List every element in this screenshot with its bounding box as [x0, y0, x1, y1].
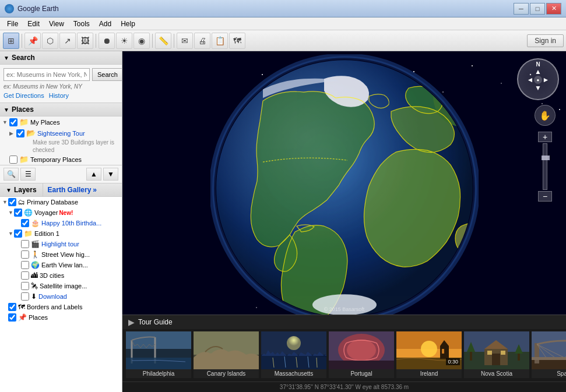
tour-card-ireland[interactable]: 0:30 Ireland: [396, 331, 462, 378]
tour-strip: Philadelphia Canary Islands: [122, 329, 566, 380]
zoom-in-button[interactable]: +: [538, 132, 552, 142]
layer-3dcities[interactable]: 🏙 3D cities: [0, 270, 122, 281]
sightseeing-item[interactable]: ▶ 📂 Sightseeing Tour: [0, 128, 122, 139]
tour-card-philadelphia[interactable]: Philadelphia: [126, 331, 191, 378]
navigation-compass[interactable]: N ▲ ◄ ● ► ▼: [517, 58, 559, 100]
compass-center[interactable]: ●: [534, 76, 542, 84]
close-button[interactable]: ✕: [546, 3, 561, 15]
menu-file[interactable]: File: [2, 19, 23, 29]
primary-db-checkbox[interactable]: [8, 198, 16, 206]
compass-e-arrow[interactable]: ►: [542, 76, 550, 84]
tour-card-spain[interactable]: Spain: [532, 331, 566, 378]
toolbar-sun-button[interactable]: ☀: [116, 33, 132, 49]
sightseeing-folder-icon: 📂: [26, 129, 36, 137]
toolbar-ruler-button[interactable]: 📏: [155, 33, 171, 49]
places-section-header[interactable]: ▼ Places: [0, 103, 122, 116]
zoom-hand-button[interactable]: ✋: [535, 105, 556, 126]
layer-satellite[interactable]: 🛰 Satellite image...: [0, 281, 122, 291]
tour-card-canary-islands[interactable]: Canary Islands: [194, 331, 259, 378]
toolbar-sky-button[interactable]: ◉: [133, 33, 150, 49]
compass-ring[interactable]: N ▲ ◄ ● ► ▼: [517, 58, 559, 100]
layer-streetview[interactable]: 🚶 Street View hig...: [0, 249, 122, 260]
svg-point-10: [501, 83, 501, 83]
search-button[interactable]: Search: [92, 68, 122, 81]
toolbar-maps-button[interactable]: 🗺: [229, 33, 245, 49]
layer-voyager[interactable]: ▼ 🌐 Voyager New!: [0, 207, 122, 218]
search-input[interactable]: [3, 68, 90, 81]
temp-places-item[interactable]: 📁 Temporary Places: [0, 154, 122, 165]
menu-add[interactable]: Add: [94, 19, 116, 29]
toolbar-path-button[interactable]: ↗: [59, 33, 76, 49]
earth-globe[interactable]: [210, 54, 479, 315]
compass-ne[interactable]: [542, 68, 550, 76]
menu-tools[interactable]: Tools: [69, 19, 94, 29]
layer-primary-db[interactable]: ▼ 🗂 Primary Database: [0, 197, 122, 207]
tour-card-nova-scotia[interactable]: Nova Scotia: [464, 331, 529, 378]
toolbar-email-button[interactable]: ✉: [177, 33, 193, 49]
3dcities-checkbox[interactable]: [21, 271, 29, 280]
borders-checkbox[interactable]: [8, 303, 16, 311]
voyager-checkbox[interactable]: [14, 209, 22, 217]
layer-borders[interactable]: 🗺 Borders and Labels: [0, 302, 122, 312]
sightseeing-label[interactable]: Sightseeing Tour: [37, 130, 85, 137]
3dcities-icon: 🏙: [31, 271, 38, 280]
satellite-checkbox[interactable]: [21, 282, 29, 290]
earthview-checkbox[interactable]: [21, 261, 29, 269]
happy10th-label[interactable]: Happy 10th Birthda...: [41, 220, 101, 227]
my-places-checkbox[interactable]: [9, 118, 17, 126]
download-checkbox[interactable]: [21, 292, 29, 301]
layer-edition1[interactable]: ▼ 📁 Edition 1: [0, 228, 122, 239]
toolbar-polygon-button[interactable]: ⬡: [42, 33, 58, 49]
places-layer-checkbox[interactable]: [8, 313, 16, 322]
compass-s-arrow[interactable]: ▼: [534, 84, 542, 92]
edition1-checkbox[interactable]: [14, 229, 22, 238]
panel-up-button[interactable]: ▲: [86, 168, 101, 181]
tour-card-massachusetts[interactable]: Massachusetts: [261, 331, 326, 378]
earth-gallery-tab[interactable]: Earth Gallery »: [43, 183, 101, 196]
happy10th-icon: 🎂: [31, 219, 40, 227]
zoom-thumb[interactable]: [542, 156, 550, 160]
highlight-checkbox[interactable]: [21, 240, 29, 248]
happy10th-checkbox[interactable]: [21, 219, 29, 227]
compass-nw[interactable]: [526, 68, 534, 76]
download-label[interactable]: Download: [38, 293, 67, 300]
layer-places[interactable]: 📌 Places: [0, 312, 122, 323]
toolbar-print-button[interactable]: 🖨: [194, 33, 210, 49]
toolbar-copy-button[interactable]: 📋: [212, 33, 228, 49]
toolbar-image-button[interactable]: 🖼: [77, 33, 93, 49]
layer-happy10th[interactable]: 🎂 Happy 10th Birthda...: [0, 218, 122, 228]
menu-edit[interactable]: Edit: [23, 19, 44, 29]
history-link[interactable]: History: [49, 92, 69, 99]
menu-view[interactable]: View: [44, 19, 69, 29]
get-directions-link[interactable]: Get Directions: [3, 92, 44, 99]
layer-earthview[interactable]: 🌍 Earth View lan...: [0, 260, 122, 270]
compass-w-arrow[interactable]: ◄: [526, 76, 534, 84]
streetview-checkbox[interactable]: [21, 250, 29, 259]
compass-n-arrow[interactable]: ▲: [534, 68, 542, 76]
highlight-label[interactable]: Highlight tour: [41, 241, 79, 248]
zoom-out-button[interactable]: −: [538, 191, 552, 202]
toolbar-placemark-button[interactable]: 📌: [24, 33, 41, 49]
layer-highlight[interactable]: 🎬 Highlight tour: [0, 239, 122, 249]
earth-view[interactable]: N ▲ ◄ ● ► ▼ ✋ +: [122, 51, 566, 315]
toolbar-record-button[interactable]: ⏺: [99, 33, 115, 49]
temp-places-checkbox[interactable]: [9, 156, 17, 164]
compass-sw[interactable]: [526, 84, 534, 92]
layers-tab[interactable]: ▼ Layers: [0, 183, 43, 196]
minimize-button[interactable]: ─: [514, 3, 529, 15]
sightseeing-checkbox[interactable]: [16, 129, 24, 137]
tour-card-portugal[interactable]: Portugal: [329, 331, 394, 378]
toolbar-grid-button[interactable]: ⊞: [3, 33, 19, 49]
restore-button[interactable]: □: [530, 3, 545, 15]
search-section-header[interactable]: ▼ Search: [0, 51, 122, 65]
signin-button[interactable]: Sign in: [527, 34, 564, 47]
compass-se[interactable]: [542, 84, 550, 92]
toolbar-sep-3: [152, 34, 153, 48]
panel-list-button[interactable]: ☰: [20, 168, 36, 181]
zoom-slider[interactable]: [543, 143, 547, 190]
panel-down-button[interactable]: ▼: [103, 168, 118, 181]
menu-help[interactable]: Help: [116, 19, 140, 29]
layer-download[interactable]: ⬇ Download: [0, 291, 122, 302]
panel-search-button[interactable]: 🔍: [3, 168, 19, 181]
my-places-item[interactable]: ▼ 📁 My Places: [0, 116, 122, 128]
